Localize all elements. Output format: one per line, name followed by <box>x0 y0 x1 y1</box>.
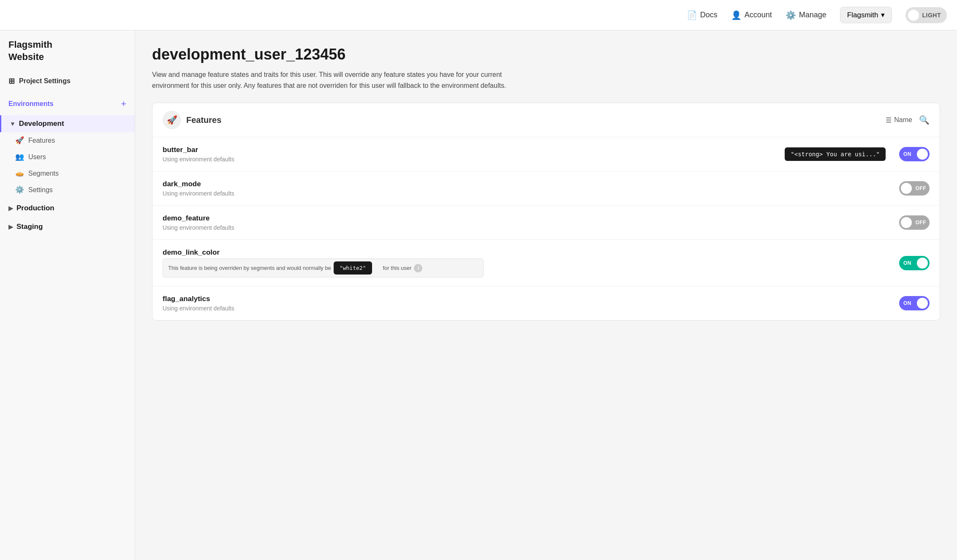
users-icon: 👥 <box>15 152 24 161</box>
toggle-knob <box>917 298 928 309</box>
theme-label: LIGHT <box>922 12 941 19</box>
toggle-demo-link-color[interactable]: ON <box>899 256 930 270</box>
feature-name-flag-analytics: flag_analytics <box>163 295 899 303</box>
features-card-title: 🚀 Features <box>163 111 221 129</box>
feature-sub-butter-bar: Using environment defaults <box>163 156 785 163</box>
toggle-butter-bar[interactable]: ON <box>899 147 930 161</box>
toggle-label-butter-bar: ON <box>903 151 911 157</box>
features-label: Features <box>28 137 55 144</box>
env-header-development[interactable]: ▼ Development <box>0 115 135 132</box>
feature-controls-demo-feature: OFF <box>899 215 930 230</box>
docs-icon: 📄 <box>687 10 697 20</box>
main-content: development_user_123456 View and manage … <box>135 30 957 560</box>
toggle-label-demo-link-color: ON <box>903 260 911 266</box>
settings-icon: ⚙️ <box>15 185 24 194</box>
environments-section-header: Environments + <box>0 94 135 114</box>
toggle-knob <box>901 217 912 228</box>
nav-account[interactable]: 👤 Account <box>731 10 772 20</box>
filter-label: Name <box>894 116 912 124</box>
chevron-down-icon: ▾ <box>881 11 885 19</box>
manage-label: Manage <box>799 11 826 19</box>
filter-icon: ☰ <box>886 116 892 124</box>
feature-sub-dark-mode: Using environment defaults <box>163 190 899 197</box>
features-card-actions: ☰ Name 🔍 <box>886 115 930 125</box>
env-header-staging[interactable]: ▶ Staging <box>0 218 135 235</box>
project-settings-link[interactable]: ⊞ Project Settings <box>0 71 135 91</box>
feature-name-demo-feature: demo_feature <box>163 214 899 223</box>
env-name-production: Production <box>16 204 54 212</box>
env-group-development: ▼ Development 🚀 Features 👥 Users 🥧 Segme… <box>0 115 135 198</box>
override-suffix: for this user <box>383 265 412 271</box>
feature-info-butter-bar: butter_bar Using environment defaults <box>163 146 785 163</box>
segments-label: Segments <box>28 170 59 177</box>
env-group-production: ▶ Production <box>0 200 135 217</box>
search-icon: 🔍 <box>919 115 930 125</box>
org-label: Flagsmith <box>847 11 878 19</box>
account-label: Account <box>745 11 772 19</box>
feature-controls-demo-link-color: ON <box>899 256 930 270</box>
toggle-knob <box>901 183 912 194</box>
account-icon: 👤 <box>731 10 742 20</box>
feature-info-dark-mode: dark_mode Using environment defaults <box>163 180 899 197</box>
env-group-staging: ▶ Staging <box>0 218 135 235</box>
feature-row-flag-analytics: flag_analytics Using environment default… <box>152 286 940 320</box>
toggle-label-flag-analytics: ON <box>903 300 911 306</box>
toggle-knob <box>917 258 928 269</box>
chevron-right-icon: ▶ <box>8 205 13 212</box>
override-value: "white2" <box>334 261 372 275</box>
env-name-staging: Staging <box>16 223 43 231</box>
env-sub-items-development: 🚀 Features 👥 Users 🥧 Segments ⚙️ Setting… <box>0 132 135 198</box>
feature-controls-dark-mode: OFF <box>899 181 930 196</box>
feature-controls-flag-analytics: ON <box>899 296 930 310</box>
environments-label[interactable]: Environments <box>8 100 54 108</box>
sidebar-item-settings[interactable]: ⚙️ Settings <box>7 182 135 198</box>
toggle-flag-analytics[interactable]: ON <box>899 296 930 310</box>
features-icon: 🚀 <box>15 136 24 145</box>
feature-name-dark-mode: dark_mode <box>163 180 899 188</box>
filter-name-button[interactable]: ☰ Name <box>886 116 912 124</box>
feature-info-flag-analytics: flag_analytics Using environment default… <box>163 295 899 312</box>
rocket-icon: 🚀 <box>163 111 181 129</box>
feature-controls-butter-bar: "<strong> You are usi..." ON <box>785 147 930 161</box>
toggle-demo-feature[interactable]: OFF <box>899 215 930 230</box>
toggle-label-dark-mode: OFF <box>916 185 927 191</box>
sidebar-item-users[interactable]: 👥 Users <box>7 149 135 165</box>
feature-info-demo-feature: demo_feature Using environment defaults <box>163 214 899 231</box>
feature-row-demo-feature: demo_feature Using environment defaults … <box>152 206 940 240</box>
feature-name-butter-bar: butter_bar <box>163 146 785 154</box>
org-selector[interactable]: Flagsmith ▾ <box>840 7 892 23</box>
theme-toggle[interactable]: LIGHT <box>905 7 947 23</box>
sidebar-item-segments[interactable]: 🥧 Segments <box>7 165 135 182</box>
info-icon[interactable]: i <box>414 264 422 272</box>
docs-label: Docs <box>700 11 718 19</box>
env-name-development: Development <box>19 120 64 128</box>
feature-row-dark-mode: dark_mode Using environment defaults OFF <box>152 171 940 206</box>
page-description: View and manage feature states and trait… <box>152 69 532 91</box>
add-environment-button[interactable]: + <box>121 98 126 109</box>
toggle-label-demo-feature: OFF <box>916 220 927 226</box>
feature-name-demo-link-color: demo_link_color <box>163 248 899 257</box>
feature-sub-flag-analytics: Using environment defaults <box>163 305 899 312</box>
segments-icon: 🥧 <box>15 169 24 178</box>
toggle-knob <box>917 149 928 160</box>
search-button[interactable]: 🔍 <box>919 115 930 125</box>
sidebar-item-features[interactable]: 🚀 Features <box>7 132 135 149</box>
feature-row-butter-bar: butter_bar Using environment defaults "<… <box>152 137 940 171</box>
page-title: development_user_123456 <box>152 46 940 63</box>
toggle-dark-mode[interactable]: OFF <box>899 181 930 196</box>
nav-manage[interactable]: ⚙️ Manage <box>786 10 826 20</box>
project-settings-icon: ⊞ <box>8 76 15 86</box>
feature-info-demo-link-color: demo_link_color This feature is being ov… <box>163 248 899 277</box>
chevron-right-icon: ▶ <box>8 223 13 230</box>
feature-row-demo-link-color: demo_link_color This feature is being ov… <box>152 240 940 286</box>
features-card-header: 🚀 Features ☰ Name 🔍 <box>152 103 940 137</box>
project-settings-label: Project Settings <box>19 77 71 85</box>
top-navigation: 📄 Docs 👤 Account ⚙️ Manage Flagsmith ▾ L… <box>0 0 957 30</box>
chevron-down-icon: ▼ <box>10 120 16 127</box>
toggle-circle <box>908 10 919 21</box>
nav-docs[interactable]: 📄 Docs <box>687 10 718 20</box>
sidebar: Flagsmith Website ⊞ Project Settings Env… <box>0 30 135 560</box>
app-logo: Flagsmith Website <box>0 39 135 71</box>
feature-sub-demo-feature: Using environment defaults <box>163 224 899 231</box>
env-header-production[interactable]: ▶ Production <box>0 200 135 217</box>
